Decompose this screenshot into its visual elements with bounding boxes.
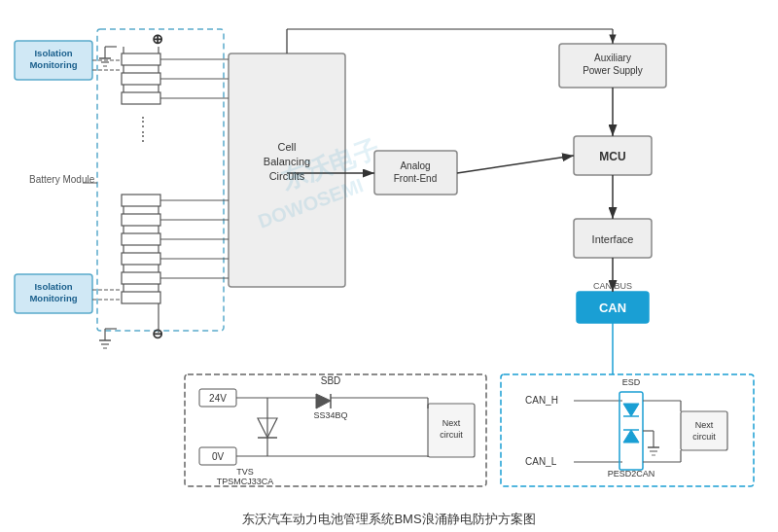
svg-text:PESD2CAN: PESD2CAN: [608, 469, 655, 479]
svg-text:ESD: ESD: [622, 377, 641, 387]
svg-text:⋮: ⋮: [136, 114, 150, 129]
svg-text:0V: 0V: [212, 451, 225, 462]
svg-text:SBD: SBD: [321, 375, 341, 386]
svg-rect-7: [122, 73, 160, 85]
svg-rect-14: [122, 253, 160, 265]
svg-text:TPSMCJ33CA: TPSMCJ33CA: [217, 477, 274, 486]
svg-marker-119: [623, 430, 639, 443]
svg-text:circuit: circuit: [692, 432, 716, 442]
svg-rect-6: [122, 53, 160, 65]
svg-marker-101: [316, 394, 331, 408]
svg-text:Monitoring: Monitoring: [29, 293, 77, 303]
svg-text:Isolation: Isolation: [34, 281, 72, 292]
svg-text:24V: 24V: [209, 393, 227, 404]
svg-text:⋮: ⋮: [136, 128, 150, 144]
svg-text:TVS: TVS: [236, 467, 254, 477]
svg-text:SS34BQ: SS34BQ: [313, 410, 347, 420]
svg-rect-12: [122, 214, 160, 226]
svg-text:CAN_L: CAN_L: [525, 456, 557, 467]
svg-text:Power Supply: Power Supply: [583, 65, 643, 76]
svg-text:Interface: Interface: [592, 233, 634, 245]
svg-text:Front-End: Front-End: [394, 173, 437, 184]
svg-text:Analog: Analog: [400, 160, 430, 171]
svg-rect-16: [122, 292, 160, 303]
svg-text:Monitoring: Monitoring: [29, 59, 77, 70]
svg-text:MCU: MCU: [599, 150, 625, 163]
svg-text:CAN_H: CAN_H: [525, 395, 558, 406]
svg-marker-117: [623, 404, 639, 416]
svg-text:CAN: CAN: [599, 301, 626, 315]
svg-rect-8: [122, 92, 160, 104]
svg-text:Cell: Cell: [278, 141, 297, 153]
svg-rect-11: [122, 195, 160, 206]
svg-text:circuit: circuit: [440, 430, 463, 440]
svg-line-76: [457, 156, 574, 173]
main-diagram-svg: Battery Module ⊕ ⊖ ⋮ ⋮: [0, 0, 778, 532]
diagram-title: 东沃汽车动力电池管理系统BMS浪涌静电防护方案图: [242, 512, 535, 526]
diagram-container: Battery Module ⊕ ⊖ ⋮ ⋮: [0, 0, 778, 532]
svg-rect-15: [122, 272, 160, 284]
svg-text:Next: Next: [442, 418, 461, 428]
svg-text:⊖: ⊖: [152, 326, 163, 341]
svg-text:Isolation: Isolation: [34, 48, 72, 58]
svg-text:Auxiliary: Auxiliary: [594, 53, 631, 63]
svg-rect-128: [681, 411, 727, 450]
svg-text:⊕: ⊕: [152, 31, 163, 47]
svg-rect-13: [122, 233, 160, 245]
svg-text:Next: Next: [695, 420, 714, 430]
